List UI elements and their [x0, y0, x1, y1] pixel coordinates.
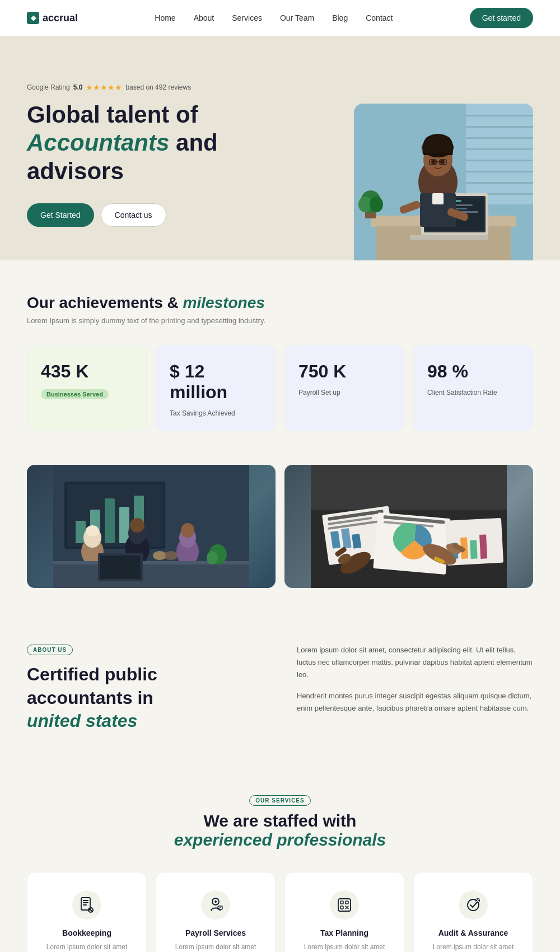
- service-name-3: Audit & Assurance: [425, 928, 521, 937]
- stat-number-2: 750 K: [298, 361, 390, 382]
- services-badge: OUR SERVICES: [249, 795, 310, 806]
- services-section: OUR SERVICES We are staffed with experie…: [0, 767, 560, 952]
- about-section: ABOUT US Certified public accountants in…: [0, 622, 560, 767]
- nav-about[interactable]: About: [194, 13, 214, 22]
- service-desc-1: Lorem ipsum dolor sit amet consectetur a…: [167, 942, 264, 952]
- service-desc-0: Lorem ipsum dolor sit amet consectetur a…: [39, 942, 135, 952]
- rating-reviews: based on 492 reviews: [125, 83, 191, 91]
- contact-us-button[interactable]: Contact us: [101, 203, 166, 227]
- team-images-row: [0, 465, 560, 622]
- service-card-payroll: Payroll Services Lorem ipsum dolor sit a…: [156, 872, 276, 952]
- svg-rect-4: [466, 137, 533, 139]
- svg-point-27: [440, 160, 445, 164]
- svg-point-47: [86, 525, 99, 536]
- svg-rect-43: [119, 507, 129, 543]
- service-desc-2: Lorem ipsum dolor sit amet consectetur a…: [296, 942, 393, 952]
- hero-buttons: Get Started Contact us: [27, 203, 269, 227]
- svg-point-26: [431, 160, 436, 164]
- stat-number-3: 98 %: [427, 361, 519, 382]
- nav-contact[interactable]: Contact: [366, 13, 393, 22]
- stat-label-3: Client Satisfaction Rate: [427, 389, 519, 396]
- svg-rect-23: [432, 193, 444, 204]
- stats-grid: 435 K Businesses Served $ 12 million Tax…: [27, 345, 533, 431]
- team-meeting-illustration: [27, 465, 276, 588]
- svg-rect-97: [338, 899, 351, 911]
- get-started-button[interactable]: Get Started: [27, 203, 94, 227]
- stat-badge-0: Businesses Served: [41, 389, 109, 399]
- service-desc-3: Lorem ipsum dolor sit amet consectetur a…: [425, 942, 521, 952]
- stat-card-tax: $ 12 million Tax Savings Achieved: [156, 345, 276, 431]
- brand-name: accrual: [43, 12, 78, 24]
- about-title: Certified public accountants in united s…: [27, 663, 263, 733]
- svg-rect-3: [466, 126, 533, 128]
- svg-rect-80: [479, 534, 487, 559]
- nav-home[interactable]: Home: [155, 13, 175, 22]
- stat-number-0: 435 K: [41, 361, 133, 382]
- hero-title-and: and: [176, 129, 218, 156]
- svg-rect-7: [466, 171, 533, 172]
- svg-rect-89: [83, 900, 88, 901]
- hero-section: Google Rating 5.0 ★★★★★ based on 492 rev…: [0, 36, 560, 260]
- svg-rect-5: [466, 148, 533, 150]
- svg-rect-42: [105, 498, 115, 543]
- svg-point-94: [214, 900, 217, 903]
- svg-rect-100: [340, 906, 343, 909]
- stat-label-1: Tax Savings Achieved: [170, 409, 262, 417]
- service-name-2: Tax Planning: [296, 928, 393, 937]
- stat-label-2: Payroll Set up: [298, 389, 390, 396]
- svg-rect-99: [346, 901, 348, 904]
- svg-point-36: [370, 197, 383, 212]
- service-card-bookkeeping: Bookkeeping Lorem ipsum dolor sit amet c…: [27, 872, 147, 952]
- nav-cta-button[interactable]: Get started: [470, 8, 533, 28]
- hero-rating: Google Rating 5.0 ★★★★★ based on 492 rev…: [27, 83, 269, 92]
- achievements-title: Our achievements & milestones: [27, 294, 533, 312]
- services-header: OUR SERVICES We are staffed with experie…: [27, 795, 533, 850]
- service-name-1: Payroll Services: [167, 928, 264, 937]
- svg-point-96: [220, 907, 221, 908]
- about-left: ABOUT US Certified public accountants in…: [27, 644, 263, 733]
- hero-title-line2: advisors: [27, 158, 124, 184]
- about-right: Lorem ipsum dolor sit amet, consectetur …: [297, 644, 533, 724]
- svg-rect-6: [466, 160, 533, 161]
- svg-rect-79: [470, 540, 478, 559]
- svg-point-50: [130, 518, 144, 533]
- nav-blog[interactable]: Blog: [332, 13, 348, 22]
- achievements-section: Our achievements & milestones Lorem Ipsu…: [0, 260, 560, 465]
- svg-rect-20: [410, 235, 488, 240]
- nav-services[interactable]: Services: [232, 13, 262, 22]
- bookkeeping-icon: [72, 890, 101, 920]
- services-title: We are staffed with experienced professi…: [27, 811, 533, 850]
- svg-rect-57: [100, 556, 141, 579]
- logo-icon: [27, 12, 39, 24]
- hero-image: [291, 104, 533, 260]
- nav-team[interactable]: Our Team: [280, 13, 314, 22]
- svg-point-53: [181, 523, 194, 538]
- hero-title: Global talent of Accountants and advisor…: [27, 101, 269, 185]
- stat-card-payroll: 750 K Payroll Set up: [284, 345, 404, 431]
- about-para2: Hendrerit montes purus integer suscipit …: [297, 690, 533, 715]
- svg-rect-8: [466, 182, 533, 184]
- svg-rect-90: [83, 902, 88, 903]
- svg-rect-54: [53, 563, 249, 588]
- svg-rect-91: [83, 904, 87, 906]
- navbar: accrual Home About Services Our Team Blo…: [0, 0, 560, 36]
- nav-links: Home About Services Our Team Blog Contac…: [155, 13, 393, 23]
- payroll-icon: [201, 890, 230, 920]
- stat-card-satisfaction: 98 % Client Satisfaction Rate: [413, 345, 533, 431]
- service-card-tax: Tax Planning Lorem ipsum dolor sit amet …: [284, 872, 404, 952]
- about-para1: Lorem ipsum dolor sit amet, consectetur …: [297, 644, 533, 681]
- svg-point-62: [164, 551, 178, 560]
- service-name-0: Bookkeeping: [39, 928, 135, 937]
- svg-point-60: [207, 551, 218, 564]
- stars-icon: ★★★★★: [86, 83, 122, 92]
- logo[interactable]: accrual: [27, 12, 78, 24]
- stat-card-businesses: 435 K Businesses Served: [27, 345, 147, 431]
- hero-title-line1: Global talent of: [27, 101, 198, 128]
- hero-illustration: [354, 104, 533, 260]
- team-image-2: [284, 465, 533, 588]
- hero-photo: [354, 104, 533, 260]
- team-image-1: [27, 465, 276, 588]
- stat-number-1: $ 12 million: [170, 361, 262, 403]
- rating-label: Google Rating: [27, 83, 70, 91]
- svg-rect-98: [340, 901, 343, 904]
